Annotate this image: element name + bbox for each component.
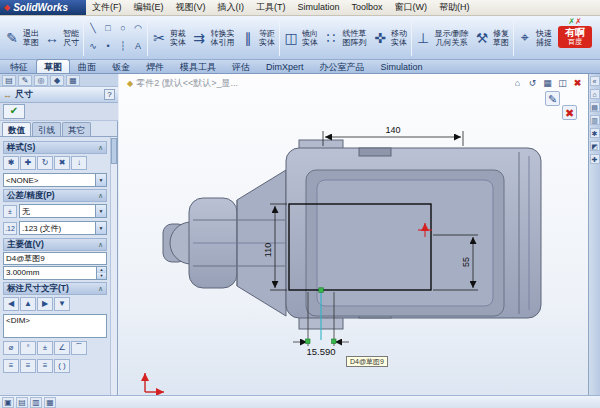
ok-button[interactable]: ✔: [3, 104, 25, 119]
menu-edit[interactable]: 编辑(E): [128, 0, 170, 15]
convert-entities-button[interactable]: ⇉ 转换实体引用: [189, 18, 238, 58]
centerline-tool-button[interactable]: ┆: [116, 38, 130, 55]
tab-features[interactable]: 特征: [2, 59, 36, 73]
justify-right-button[interactable]: ≡: [37, 359, 53, 373]
tab-simulation[interactable]: Simulation: [373, 59, 431, 73]
arc-tool-button[interactable]: ◠: [131, 20, 145, 37]
justify-center-button[interactable]: ≡: [20, 359, 36, 373]
selection-handle[interactable]: [306, 339, 311, 344]
smart-dimension-button[interactable]: ↔ 智能尺寸: [42, 18, 82, 58]
menu-window[interactable]: 窗口(W): [389, 0, 434, 15]
status-options-button[interactable]: ▦: [44, 397, 56, 408]
task-pane-view-palette-tab[interactable]: ◩: [590, 141, 600, 151]
justify-left-button[interactable]: ≡: [3, 359, 19, 373]
dim-15-590-text[interactable]: 15.590: [306, 346, 335, 357]
tolerance-type-dropdown[interactable]: 无 ▼: [19, 204, 107, 218]
selection-handle[interactable]: [332, 339, 337, 344]
text-right-button[interactable]: ▶: [37, 297, 53, 311]
text-left-button[interactable]: ◀: [3, 297, 19, 311]
graphics-viewport[interactable]: ◆ 零件2 (默认<<默认>_显... ⌂ ↺ ▦ ◫ ✖ ✎ ✖: [119, 74, 588, 395]
task-pane-collapse-button[interactable]: «: [590, 76, 600, 86]
dimension-text-input[interactable]: <DIM>: [3, 314, 107, 338]
repair-sketch-button[interactable]: ⚒ 修复草图: [472, 18, 512, 58]
tab-surfaces[interactable]: 曲面: [70, 59, 104, 73]
rectangle-tool-button[interactable]: □: [101, 20, 115, 37]
update-style-button[interactable]: ↻: [37, 156, 53, 170]
linear-sketch-pattern-button[interactable]: ∷ 线性草图阵列: [321, 18, 370, 58]
help-button[interactable]: ?: [104, 89, 115, 100]
displaymanager-tab[interactable]: ▦: [66, 75, 80, 86]
menu-file[interactable]: 文件(F): [86, 0, 128, 15]
featuremanager-tab[interactable]: ▤: [2, 75, 16, 86]
tab-sketch[interactable]: 草图: [36, 59, 70, 73]
primary-value-section-header[interactable]: 主要值(V) ∧: [3, 238, 107, 251]
plus-minus-symbol-button[interactable]: ±: [37, 341, 53, 355]
display-delete-relations-button[interactable]: ⊥ 显示/删除几何关系: [413, 18, 472, 58]
mirror-entities-button[interactable]: ◫ 镜向实体: [281, 18, 321, 58]
tab-dimxpert[interactable]: DimXpert: [258, 59, 312, 73]
tab-value[interactable]: 数值: [2, 122, 31, 136]
add-style-button[interactable]: ✚: [20, 156, 36, 170]
point-tool-button[interactable]: •: [101, 38, 115, 55]
tab-office-products[interactable]: 办公室产品: [312, 59, 373, 73]
exit-sketch-button[interactable]: ✎ 退出草图: [2, 18, 42, 58]
spline-tool-button[interactable]: ∿: [86, 38, 100, 55]
offset-entities-button[interactable]: ∥ 等距实体: [238, 18, 278, 58]
task-pane-custom-properties-tab[interactable]: ✚: [590, 154, 600, 164]
style-dropdown[interactable]: <NONE> ▼: [3, 173, 107, 187]
propertymanager-tab[interactable]: ✎: [18, 75, 32, 86]
trim-entities-button[interactable]: ✂ 剪裁实体: [149, 18, 189, 58]
status-fullscreen-button[interactable]: ▣: [2, 397, 14, 408]
text-up-button[interactable]: ▲: [20, 297, 36, 311]
selection-handle[interactable]: [319, 288, 324, 293]
panel-scrollbar[interactable]: [110, 137, 117, 395]
delete-style-button[interactable]: ✖: [54, 156, 70, 170]
menu-tools[interactable]: 工具(T): [250, 0, 292, 15]
task-pane-file-explorer-tab[interactable]: ▥: [590, 115, 600, 125]
degree-symbol-button[interactable]: °: [20, 341, 36, 355]
menu-simulation[interactable]: Simulation: [292, 0, 346, 15]
dimension-value-spinbox[interactable]: 3.000mm ▲ ▼: [3, 266, 107, 280]
status-display-button[interactable]: ▤: [16, 397, 28, 408]
tab-weldments[interactable]: 焊件: [138, 59, 172, 73]
dimension-140[interactable]: 140: [323, 125, 463, 146]
angle-symbol-button[interactable]: ∠: [54, 341, 70, 355]
quick-snaps-button[interactable]: ⌖ 快速捕捉: [515, 18, 555, 58]
dimension-name-field[interactable]: D4@草图9: [3, 252, 107, 265]
circle-tool-button[interactable]: ○: [116, 20, 130, 37]
style-section-header[interactable]: 样式(S) ∧: [3, 141, 107, 154]
tab-evaluate[interactable]: 评估: [224, 59, 258, 73]
tab-other[interactable]: 其它: [62, 122, 91, 136]
menu-insert[interactable]: 插入(I): [212, 0, 251, 15]
line-tool-button[interactable]: ╲: [86, 20, 100, 37]
dim-110-text[interactable]: 110: [263, 243, 273, 257]
dim-140-text[interactable]: 140: [385, 125, 400, 135]
task-pane-resources-tab[interactable]: ⌂: [590, 89, 600, 99]
diameter-symbol-button[interactable]: ⌀: [3, 341, 19, 355]
dim-55-text[interactable]: 55: [461, 257, 471, 267]
part-body[interactable]: [163, 140, 541, 329]
dimxpertmanager-tab[interactable]: ◆: [50, 75, 64, 86]
dimension-text-section-header[interactable]: 标注尺寸文字(T) ∧: [3, 282, 107, 295]
menu-toolbox[interactable]: Toolbox: [346, 0, 389, 15]
panel-scrollbar-thumb[interactable]: [111, 138, 117, 164]
precision-dropdown[interactable]: .123 (文件) ▼: [19, 221, 107, 235]
apply-default-style-button[interactable]: ✱: [3, 156, 19, 170]
move-entities-button[interactable]: ✜ 移动实体: [370, 18, 410, 58]
task-pane-search-tab[interactable]: ✱: [590, 128, 600, 138]
menu-view[interactable]: 视图(V): [170, 0, 212, 15]
spin-down-icon[interactable]: ▼: [97, 273, 106, 279]
save-style-button[interactable]: ↓: [71, 156, 87, 170]
parentheses-button[interactable]: ( ): [54, 359, 70, 373]
tab-leaders[interactable]: 引线: [32, 122, 61, 136]
tolerance-section-header[interactable]: 公差/精度(P) ∧: [3, 189, 107, 202]
sketch-text-tool-button[interactable]: A: [131, 38, 145, 55]
arc-symbol-button[interactable]: ⌒: [71, 341, 87, 355]
configurationmanager-tab[interactable]: ◎: [34, 75, 48, 86]
tab-sheet-metal[interactable]: 钣金: [104, 59, 138, 73]
menu-help[interactable]: 帮助(H): [433, 0, 476, 15]
text-down-button[interactable]: ▼: [54, 297, 70, 311]
task-pane-design-library-tab[interactable]: ▤: [590, 102, 600, 112]
status-units-button[interactable]: ▥: [30, 397, 42, 408]
tab-mold-tools[interactable]: 模具工具: [172, 59, 224, 73]
